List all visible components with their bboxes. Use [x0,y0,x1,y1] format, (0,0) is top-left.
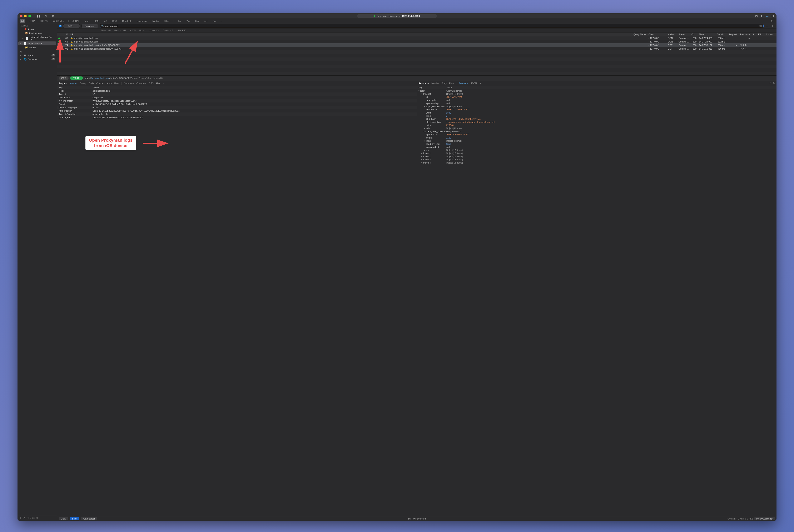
header-row[interactable]: User-AgentUnsplash/137 CFNetwork/1404.0.… [57,116,417,119]
tab-query[interactable]: Query [80,82,86,84]
tab-json[interactable]: JSON [470,82,477,84]
tab-summary[interactable]: Summary [124,82,134,84]
tree-row[interactable]: ▸linksObject(4 items) [417,139,777,142]
trash-icon[interactable]: 🗑 [52,14,54,18]
filter-2xx[interactable]: 2xx [185,19,191,23]
zoom-window-button[interactable] [28,15,31,17]
sidebar-item-saved[interactable]: 📁 Saved [18,45,57,50]
filter-other[interactable]: Other [162,19,171,23]
settings-icon[interactable]: ⚙ [773,82,775,84]
tab-header[interactable]: Header [431,82,439,84]
tree-row[interactable]: height2160 [417,136,777,139]
sidebar-pinned-header[interactable]: ▾ 📌 Pinned [18,27,57,31]
filter-https[interactable]: HTTPS [39,19,49,23]
panel-left-icon[interactable]: ◧ [761,14,763,18]
filter-css[interactable]: CSS [111,19,118,23]
filter-3xx[interactable]: 3xx [194,19,200,23]
table-row[interactable]: 74🔒https://api.unsplash.com/topics/bo8jQ… [57,43,776,47]
tab-body[interactable]: Body [441,82,447,84]
tab-css[interactable]: CSS [149,82,153,84]
tab-auth[interactable]: Auth [107,82,112,84]
sidebar-item-domains[interactable]: ▸ 🌐 Domains 3 [18,57,57,61]
sidebar-item-api-unsplash[interactable]: ▸ 📄 api.unsplash.com_04-05-… [18,35,57,41]
tree-row[interactable]: ▸Index 3Object(18 items) [417,158,777,161]
export-icon[interactable]: ⤴ [770,82,771,84]
filter-1xx[interactable]: 1xx [176,19,183,23]
minimize-window-button[interactable] [24,15,27,17]
tree-row[interactable]: color#260c0c [417,124,777,127]
tree-row[interactable]: ▸Index 2Object(18 items) [417,155,777,158]
filter-json[interactable]: JSON [71,19,80,23]
tree-row[interactable]: width3840 [417,111,777,114]
tree-row[interactable]: promoted_atnull [417,146,777,149]
clear-button[interactable]: Clear [59,517,68,520]
autoselect-button[interactable]: Auto Select [81,517,97,520]
header-row[interactable]: Hostapi.unsplash.com [57,89,417,93]
header-row[interactable]: Cookieugid=188b819c98a744aa7b801b36fbead… [57,102,417,106]
sidebar-filter-input[interactable] [26,517,55,519]
tree-row[interactable]: idoRp1nYVY26M [417,95,777,98]
sidebar-item-product-hunt[interactable]: 📦 Product Hunt [18,31,57,35]
tree-row[interactable]: ▸userObject(19 items) [417,149,777,152]
tab-header[interactable]: Header [70,82,77,84]
tab-raw[interactable]: Raw [449,82,454,84]
table-row[interactable]: 68🔒https://api.unsplash.com▫127.0.0.1CON… [57,36,776,40]
tree-row[interactable]: ▸topic_submissionsObject(4 items) [417,105,777,108]
filter-js[interactable]: JS [103,19,109,23]
header-row[interactable]: AuthorizationClient-ID 9657b2982a53f8bf4… [57,109,417,113]
header-row[interactable]: Accept*/* [57,93,417,96]
tree-row[interactable]: alt_descriptiona computer generated imag… [417,120,777,124]
header-row[interactable]: Accept-Languageen-VN [57,106,417,109]
tree-row[interactable]: ▸Index 1Object(18 items) [417,152,777,155]
tree-row[interactable]: updated_at2023-04-05T05:32:49Z [417,133,777,136]
filter-form[interactable]: Form [82,19,91,23]
filter-websocket[interactable]: WebSocket [51,19,66,23]
filter-button[interactable]: Filter [70,517,79,520]
tree-row[interactable]: ▸urlsObject(6 items) [417,127,777,130]
remove-filter-icon[interactable]: − [765,24,769,28]
pause-icon[interactable]: ❚❚ [36,14,41,18]
close-window-button[interactable] [20,15,22,17]
filter-field-dropdown[interactable]: URL [63,24,80,28]
tab-hex[interactable]: Hex [156,82,160,84]
folder-icon[interactable]: 🗀 [755,14,758,18]
tree-row[interactable]: liked_by_userfalse [417,142,777,146]
compose-icon[interactable]: ✎ [45,14,47,18]
tree-row[interactable]: ▾RootArray(20 items) [417,89,777,92]
header-row[interactable]: Accept-Encodinggzip, deflate, br [57,113,417,116]
filter-all[interactable]: All [20,19,25,23]
add-icon[interactable]: ＋ [19,516,22,520]
add-tab-icon[interactable]: ＋ [479,82,482,85]
header-row[interactable]: If-None-MatchW/"a26780cdfc54be7deee11ce6… [57,99,417,102]
filter-4xx[interactable]: 4xx [203,19,209,23]
tree-row[interactable]: ▸Index 4Object(18 items) [417,161,777,164]
filter-5xx[interactable]: 5xx [211,19,218,23]
search-input[interactable] [105,25,758,27]
panel-bottom-icon[interactable]: ▭ [766,14,769,18]
add-tab-icon[interactable]: ＋ [163,82,165,85]
table-row[interactable]: 91🔒https://api.unsplash.com/topics/bo8jQ… [57,47,776,51]
tree-row[interactable]: ▾Index 0Object(18 items) [417,92,777,95]
tab-body[interactable]: Body [89,82,94,84]
sidebar-item-all-domains[interactable]: ▸ 📄 all_domains 3 [18,41,56,45]
proxy-status-pill[interactable]: Proxy Overridden [754,517,775,520]
sidebar-item-apps[interactable]: ▸ ▦ Apps 3 [18,53,57,57]
filter-op-dropdown[interactable]: Contains [81,24,98,28]
chevron-left-icon[interactable]: ‹ [221,20,221,22]
filter-http[interactable]: HTTP [27,19,36,23]
table-row[interactable]: 69🔒https://api.unsplash.com▫127.0.0.1CON… [57,40,776,43]
tree-row[interactable]: current_user_collectionsArray(0 items) [417,130,777,133]
tab-comment[interactable]: Comment [136,82,147,84]
tab-treeview[interactable]: Treeview [459,82,468,84]
more-icon[interactable]: ⊖ [771,19,774,23]
tree-row[interactable]: created_at2023-03-31T09:14:40Z [417,108,777,111]
clear-search-icon[interactable]: ✕ [759,24,762,27]
filter-graphql[interactable]: GraphQL [121,19,133,23]
tab-cookies[interactable]: Cookies [96,82,105,84]
filter-media[interactable]: Media [151,19,160,23]
filter-xml[interactable]: XML [93,19,101,23]
add-filter-icon[interactable]: ＋ [770,24,775,28]
panel-right-icon[interactable]: ◨ [772,14,774,18]
filter-document[interactable]: Document [135,19,149,23]
tree-row[interactable]: sponsorshipnull [417,102,777,105]
